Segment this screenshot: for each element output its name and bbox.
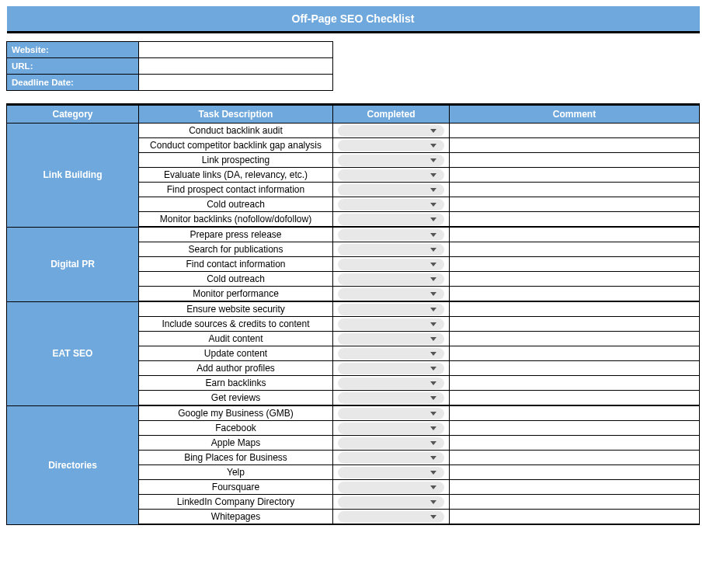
task-description: LinkedIn Company Directory	[139, 495, 333, 510]
completed-dropdown[interactable]	[338, 482, 444, 493]
completed-dropdown[interactable]	[338, 304, 444, 315]
comment-cell[interactable]	[450, 376, 700, 391]
task-description: Foursquare	[139, 480, 333, 495]
completed-dropdown[interactable]	[338, 184, 444, 196]
page-title: Off-Page SEO Checklist	[7, 6, 700, 33]
completed-dropdown[interactable]	[338, 259, 444, 270]
comment-cell[interactable]	[450, 272, 700, 287]
completed-dropdown[interactable]	[338, 214, 444, 225]
task-description: Conduct competitor backlink gap analysis	[139, 138, 333, 153]
comment-cell[interactable]	[450, 332, 700, 346]
completed-dropdown[interactable]	[338, 333, 444, 345]
task-description: Yelp	[139, 465, 333, 480]
task-description: Add author profiles	[139, 361, 333, 376]
comment-cell[interactable]	[450, 391, 700, 406]
task-description: Monitor performance	[139, 287, 333, 302]
info-label: URL:	[7, 58, 139, 75]
comment-cell[interactable]	[450, 124, 700, 138]
completed-dropdown[interactable]	[338, 155, 444, 166]
task-description: Audit content	[139, 332, 333, 346]
info-input[interactable]	[139, 58, 332, 74]
task-description: Monitor backlinks (nofollow/dofollow)	[139, 212, 333, 228]
completed-dropdown[interactable]	[338, 140, 444, 151]
task-description: Find prospect contact information	[139, 183, 333, 197]
completed-dropdown[interactable]	[338, 363, 444, 374]
comment-cell[interactable]	[450, 465, 700, 480]
completed-dropdown[interactable]	[338, 244, 444, 256]
completed-dropdown[interactable]	[338, 229, 444, 241]
comment-cell[interactable]	[450, 451, 700, 465]
comment-cell[interactable]	[450, 495, 700, 510]
comment-cell[interactable]	[450, 480, 700, 495]
task-description: Whitepages	[139, 510, 333, 525]
task-description: Earn backlinks	[139, 376, 333, 391]
completed-dropdown[interactable]	[338, 378, 444, 389]
task-description: Prepare press release	[139, 227, 333, 242]
task-description: Cold outreach	[139, 197, 333, 212]
comment-cell[interactable]	[450, 242, 700, 257]
column-header-category: Category	[7, 105, 139, 124]
completed-dropdown[interactable]	[338, 199, 444, 210]
completed-dropdown[interactable]	[338, 273, 444, 285]
comment-cell[interactable]	[450, 510, 700, 525]
completed-dropdown[interactable]	[338, 511, 444, 523]
checklist-table: Off-Page SEO ChecklistWebsite:URL:Deadli…	[6, 6, 700, 525]
task-description: Conduct backlink audit	[139, 124, 333, 138]
completed-dropdown[interactable]	[338, 288, 444, 300]
completed-dropdown[interactable]	[338, 423, 444, 434]
completed-dropdown[interactable]	[338, 437, 444, 449]
completed-dropdown[interactable]	[338, 392, 444, 404]
task-description: Google my Business (GMB)	[139, 405, 333, 421]
comment-cell[interactable]	[450, 212, 700, 228]
comment-cell[interactable]	[450, 257, 700, 272]
completed-dropdown[interactable]	[338, 496, 444, 508]
completed-dropdown[interactable]	[338, 318, 444, 330]
task-description: Ensure website security	[139, 301, 333, 317]
comment-cell[interactable]	[450, 153, 700, 168]
completed-dropdown[interactable]	[338, 125, 444, 137]
task-description: Update content	[139, 346, 333, 361]
info-label: Website:	[7, 42, 139, 58]
comment-cell[interactable]	[450, 421, 700, 436]
column-header-task: Task Description	[139, 105, 333, 124]
completed-dropdown[interactable]	[338, 169, 444, 181]
category-cell: Link Building	[7, 124, 139, 228]
task-description: Link prospecting	[139, 153, 333, 168]
task-description: Get reviews	[139, 391, 333, 406]
completed-dropdown[interactable]	[338, 408, 444, 419]
completed-dropdown[interactable]	[338, 452, 444, 464]
comment-cell[interactable]	[450, 197, 700, 212]
category-cell: Digital PR	[7, 227, 139, 301]
completed-dropdown[interactable]	[338, 467, 444, 478]
column-header-completed: Completed	[333, 105, 450, 124]
task-description: Apple Maps	[139, 436, 333, 451]
task-description: Cold outreach	[139, 272, 333, 287]
column-header-comment: Comment	[450, 105, 700, 124]
task-description: Find contact information	[139, 257, 333, 272]
completed-dropdown[interactable]	[338, 348, 444, 360]
comment-cell[interactable]	[450, 287, 700, 302]
comment-cell[interactable]	[450, 183, 700, 197]
info-input[interactable]	[139, 75, 332, 90]
task-description: Evaluate links (DA, relevancy, etc.)	[139, 168, 333, 183]
info-input[interactable]	[139, 42, 332, 57]
task-description: Bing Places for Business	[139, 451, 333, 465]
category-cell: EAT SEO	[7, 301, 139, 405]
comment-cell[interactable]	[450, 317, 700, 332]
category-cell: Directories	[7, 405, 139, 524]
comment-cell[interactable]	[450, 346, 700, 361]
task-description: Search for publications	[139, 242, 333, 257]
task-description: Include sources & credits to content	[139, 317, 333, 332]
comment-cell[interactable]	[450, 227, 700, 242]
comment-cell[interactable]	[450, 138, 700, 153]
comment-cell[interactable]	[450, 405, 700, 421]
info-label: Deadline Date:	[7, 75, 139, 91]
task-description: Facebook	[139, 421, 333, 436]
comment-cell[interactable]	[450, 301, 700, 317]
comment-cell[interactable]	[450, 361, 700, 376]
comment-cell[interactable]	[450, 168, 700, 183]
comment-cell[interactable]	[450, 436, 700, 451]
